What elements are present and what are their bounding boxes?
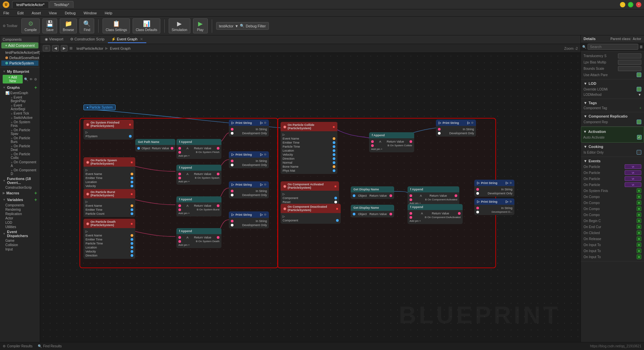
- on-system-finis-add-btn[interactable]: +: [637, 188, 641, 193]
- find-results-tab[interactable]: 🔍 Find Results: [38, 344, 62, 348]
- node-append-right-1[interactable]: f Append A Return Value B On System Coll…: [369, 132, 414, 152]
- list-view-icon[interactable]: ☰: [640, 45, 643, 49]
- auto-activate-checkbox[interactable]: ✓: [637, 135, 642, 140]
- maximize-button[interactable]: □: [628, 2, 633, 7]
- node-on-particle-death[interactable]: ◉ On Particle Death (ParticleSystem) ■ ▷…: [84, 219, 135, 259]
- blueprint-canvas[interactable]: ● Particle System ◉ On System Finished (…: [40, 53, 581, 342]
- on-particle-3-event-btn[interactable]: Vi: [625, 176, 641, 181]
- b2-pin[interactable]: [178, 177, 181, 179]
- bp-event-begin-play[interactable]: ⬦ Event BeginPlay: [7, 95, 38, 103]
- compile-button[interactable]: ⚙ Compile: [21, 18, 40, 33]
- bp-event-tick[interactable]: ⬦ Event Tick: [7, 111, 38, 116]
- menu-debug[interactable]: Debug: [63, 10, 77, 16]
- bp-on-particle-death[interactable]: ⬦ On Particle Deat: [7, 144, 38, 152]
- on-begin-c-add-btn[interactable]: +: [637, 218, 641, 223]
- bp-ed-game[interactable]: Game: [1, 238, 38, 243]
- dev-pin-1[interactable]: [231, 132, 233, 135]
- rv-pin[interactable]: [217, 147, 219, 150]
- details-search-input[interactable]: [588, 44, 638, 50]
- on-input-2-add-btn[interactable]: +: [637, 248, 641, 253]
- node-on-component-activated[interactable]: ◉ On Component Activated (ParticleSystem…: [281, 181, 339, 205]
- bp-construction-script[interactable]: ConstructionScrip: [1, 185, 38, 190]
- comp-rep-checkbox[interactable]: [637, 120, 641, 124]
- tab-event-graph[interactable]: ⚡ Event Graph ✕: [108, 36, 146, 43]
- bp-event-graph[interactable]: 📊 EventGraph: [1, 91, 38, 95]
- on-particle-1-event-btn[interactable]: Vi: [625, 164, 641, 169]
- node-print-string-4[interactable]: ▷ Print String ▷ D In String Development…: [229, 211, 269, 228]
- node-print-right-2[interactable]: ▷ Print String ▷ D In String Development…: [474, 180, 514, 197]
- event-name-pin[interactable]: [131, 173, 133, 175]
- menu-asset[interactable]: Asset: [30, 10, 43, 16]
- bp-ed-input[interactable]: Input: [1, 247, 38, 251]
- node-print-string-2[interactable]: ▷ Print String ▷ D In String Development…: [229, 151, 269, 168]
- node-get-path-name[interactable]: Get Path Name Object Return Value: [135, 139, 175, 152]
- breadcrumb-actor[interactable]: testParticleActor: [76, 46, 103, 50]
- bounds-input[interactable]: [618, 66, 641, 71]
- lod-method-dropdown-icon[interactable]: ▼: [638, 93, 641, 97]
- bp-event-actor-begin[interactable]: ⬦ Event ActorBegi: [7, 103, 38, 111]
- node-get-display-name-deactivated[interactable]: Get Display Name Object Return Value: [351, 205, 394, 217]
- on-input-3-add-btn[interactable]: +: [637, 254, 641, 259]
- activation-toggle[interactable]: ▼ Activation: [583, 129, 642, 134]
- on-compo-1-add-btn[interactable]: +: [637, 194, 641, 199]
- browse-button[interactable]: 📁 Browse: [60, 18, 77, 33]
- class-settings-button[interactable]: 📋 Class Settings: [103, 18, 130, 33]
- event-dispatchers-toggle[interactable]: ▼ Event Dispatchers: [1, 229, 38, 238]
- tab-viewport[interactable]: ◉ Viewport: [41, 36, 67, 43]
- menu-file[interactable]: File: [1, 10, 11, 16]
- on-compo-4-add-btn[interactable]: +: [637, 212, 641, 217]
- event-graph-close-icon[interactable]: ✕: [140, 37, 143, 41]
- menu-window[interactable]: Window: [82, 10, 99, 16]
- add-macro-icon[interactable]: +: [34, 190, 37, 196]
- cooking-toggle[interactable]: ▼ Cooking: [584, 144, 641, 149]
- blueprint-eye-icon[interactable]: 👁: [29, 77, 33, 81]
- tab-particle-actor[interactable]: testParticleActor*: [12, 1, 49, 8]
- in-string-pin-1[interactable]: [231, 128, 233, 131]
- node-print-right-3[interactable]: ▷ Print String ▷ D In String Development…: [474, 198, 514, 215]
- on-clicked-add-btn[interactable]: +: [637, 230, 641, 235]
- velocity-pin[interactable]: [131, 185, 133, 187]
- location-pin[interactable]: [131, 181, 133, 183]
- on-compo-3-add-btn[interactable]: +: [637, 206, 641, 211]
- add-variable-icon[interactable]: +: [34, 197, 37, 202]
- emitter-time-pin[interactable]: [131, 177, 133, 179]
- node-on-component-deactivated[interactable]: ◉ On Component Deactivated (ParticleSyst…: [281, 204, 341, 224]
- on-particle-4-event-btn[interactable]: Vi: [625, 182, 641, 187]
- bp-var-actor[interactable]: Actor: [1, 216, 38, 220]
- lod-toggle[interactable]: ▼ LOD: [584, 81, 641, 86]
- bookmark-button[interactable]: ☆: [43, 45, 50, 51]
- blueprint-settings-icon[interactable]: ⚙: [34, 77, 37, 81]
- attach-checkbox[interactable]: [637, 72, 641, 77]
- node-on-particle-burst[interactable]: ◉ On Particle Burst (ParticleSystem) ■ ▷…: [84, 189, 135, 217]
- node-close-icon[interactable]: ■: [129, 123, 131, 126]
- play-button[interactable]: ▶ Play: [193, 18, 208, 33]
- node-get-display-name-activated[interactable]: Get Display Name Object Return Value: [351, 186, 394, 199]
- class-defaults-button[interactable]: 📊 Class Defaults: [133, 18, 160, 33]
- on-compo-2-add-btn[interactable]: +: [637, 200, 641, 205]
- psystem-pin[interactable]: [129, 135, 132, 138]
- events-toggle[interactable]: ▼ Events: [584, 158, 641, 164]
- node-print-string-1[interactable]: ▷ Print String ▷ D In String Development…: [229, 120, 269, 137]
- bp-ed-collision[interactable]: Collision: [1, 243, 38, 247]
- tab-test-map[interactable]: TestMap*: [49, 1, 73, 8]
- on-release-add-btn[interactable]: +: [637, 236, 641, 241]
- back-button[interactable]: ◀: [52, 45, 59, 51]
- bp-var-rendering[interactable]: Rendering: [1, 207, 38, 212]
- a-pin[interactable]: [178, 147, 181, 150]
- rv2-pin[interactable]: [217, 173, 219, 175]
- menu-view[interactable]: View: [47, 10, 59, 16]
- object-in-pin[interactable]: [137, 147, 140, 150]
- save-button[interactable]: 💾 Save: [42, 18, 57, 33]
- node-append-3[interactable]: f Append A Return Value B On System Burs…: [176, 196, 221, 216]
- simulation-button[interactable]: ▶ Simulation: [169, 18, 190, 33]
- lpv-input[interactable]: [618, 60, 641, 65]
- a2-pin[interactable]: [178, 173, 181, 175]
- node-print-string-3[interactable]: ▷ Print String ▷ D In String Development…: [229, 181, 269, 198]
- add-new-button[interactable]: + Add New: [3, 75, 23, 83]
- macros-toggle[interactable]: ▶ Macros +: [1, 190, 38, 196]
- forward-button[interactable]: ▶: [61, 45, 67, 51]
- tree-item-default-scene-root[interactable]: DefaultSceneRoot: [1, 55, 38, 60]
- override-lod-checkbox[interactable]: [637, 87, 641, 92]
- minimize-button[interactable]: ─: [620, 2, 625, 7]
- bp-on-system-finish[interactable]: ⬦ On System Finis: [7, 120, 38, 128]
